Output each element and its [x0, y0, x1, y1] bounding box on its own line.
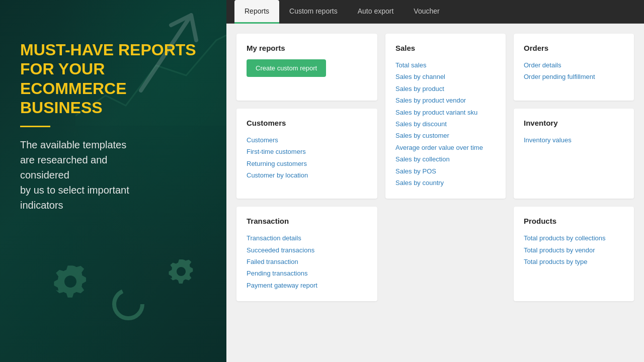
customers-link-returning[interactable]: Returning customers: [247, 158, 367, 169]
customers-card: Customers Customers First-time customers…: [236, 109, 377, 199]
customers-link-by-location[interactable]: Customer by location: [247, 169, 367, 181]
tab-auto-export[interactable]: Auto export: [348, 0, 404, 24]
sales-link-by-variant-sku[interactable]: Sales by product variant sku: [395, 107, 496, 118]
gear-large-icon: [50, 261, 91, 302]
sales-link-by-pos[interactable]: Sales by POS: [395, 165, 496, 177]
transaction-link-succeeded[interactable]: Succeeded transacions: [247, 244, 367, 256]
sales-card: Sales Total sales Sales by channel Sales…: [385, 34, 506, 199]
transaction-link-failed[interactable]: Failed transaction: [247, 256, 367, 267]
transaction-title: Transaction: [247, 217, 367, 225]
customers-link-first-time[interactable]: First-time customers: [247, 146, 367, 157]
svg-point-1: [114, 290, 142, 318]
customers-title: Customers: [247, 119, 367, 127]
sales-title: Sales: [395, 44, 496, 52]
tabs-bar: Reports Custom reports Auto export Vouch…: [226, 0, 644, 24]
orders-card: Orders Order details Order pending fulfi…: [514, 34, 634, 101]
transaction-link-payment-gateway[interactable]: Payment gateway report: [247, 280, 367, 291]
sales-link-by-country[interactable]: Sales by country: [395, 177, 496, 189]
products-link-by-type[interactable]: Total products by type: [524, 256, 624, 267]
tab-custom-reports[interactable]: Custom reports: [279, 0, 348, 24]
inventory-title: Inventory: [524, 119, 624, 127]
sales-link-avg-order[interactable]: Average order value over time: [395, 142, 496, 153]
transaction-card: Transaction Transaction details Succeede…: [236, 207, 377, 301]
products-title: Products: [524, 217, 624, 225]
donut-decoration: [111, 287, 146, 322]
orders-title: Orders: [524, 44, 624, 52]
heading-divider: [20, 126, 50, 127]
products-link-by-vendor[interactable]: Total products by vendor: [524, 244, 624, 256]
my-reports-title: My reports: [247, 44, 367, 52]
transaction-link-pending[interactable]: Pending transactions: [247, 267, 367, 279]
tab-reports[interactable]: Reports: [234, 0, 279, 24]
tab-voucher[interactable]: Voucher: [404, 0, 449, 24]
products-link-by-collections[interactable]: Total products by collections: [524, 232, 624, 244]
create-custom-report-button[interactable]: Create custom report: [247, 59, 326, 77]
sales-link-by-product[interactable]: Sales by product: [395, 83, 496, 95]
transaction-link-details[interactable]: Transaction details: [247, 232, 367, 244]
inventory-card: Inventory Inventory values: [514, 109, 634, 199]
sales-link-by-vendor[interactable]: Sales by product vendor: [395, 95, 496, 106]
orders-link-details[interactable]: Order details: [524, 59, 624, 71]
sales-link-by-discount[interactable]: Sales by discount: [395, 118, 496, 130]
left-panel: MUST-HAVE REPORTS FOR YOUR ECOMMERCE BUS…: [0, 0, 226, 362]
inventory-link-values[interactable]: Inventory values: [524, 134, 624, 146]
products-card: Products Total products by collections T…: [514, 207, 634, 301]
right-panel: Reports Custom reports Auto export Vouch…: [226, 0, 644, 362]
sales-link-by-collection[interactable]: Sales by collection: [395, 153, 496, 165]
content-area: My reports Create custom report Sales To…: [226, 24, 644, 362]
sales-link-by-channel[interactable]: Sales by channel: [395, 71, 496, 82]
orders-link-pending[interactable]: Order pending fulfillment: [524, 71, 624, 82]
sales-link-by-customer[interactable]: Sales by customer: [395, 130, 496, 141]
subtext: The available templates are researched a…: [20, 137, 206, 213]
sales-link-total-sales[interactable]: Total sales: [395, 59, 496, 71]
gear-medium-icon: [166, 256, 196, 287]
my-reports-card: My reports Create custom report: [236, 34, 377, 101]
main-heading: MUST-HAVE REPORTS FOR YOUR ECOMMERCE BUS…: [20, 40, 206, 118]
customers-link-all[interactable]: Customers: [247, 134, 367, 146]
